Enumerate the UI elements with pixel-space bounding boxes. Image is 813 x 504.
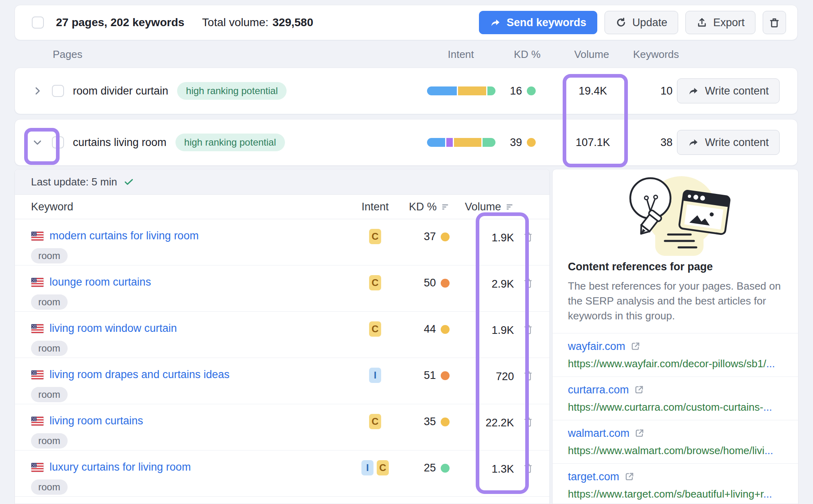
page-row-room-divider-curtain: room divider curtain high ranking potent… (14, 68, 798, 114)
reference-url[interactable]: https://www.target.com/s/beautiful+livin… (568, 488, 783, 500)
intent-badge-c: C (377, 460, 389, 475)
intent-badge-c: C (369, 275, 381, 290)
keyword-row: luxury curtains for living room room IC … (15, 451, 549, 497)
references-list: wayfair.com https://www.wayfair.com/deco… (553, 333, 798, 504)
references-title: Content references for page (568, 261, 783, 273)
intent-badge-c: C (369, 414, 381, 429)
kd-difficulty-dot (441, 279, 450, 288)
pages-keywords-summary: 27 pages, 202 keywords (56, 16, 184, 29)
toolbar: 27 pages, 202 keywords Total volume: 329… (14, 5, 798, 40)
high-ranking-potential-badge: high ranking potential (175, 134, 285, 151)
external-link-icon (634, 385, 644, 395)
page-row-curtains-living-room: curtains living room high ranking potent… (14, 119, 798, 166)
keyword-row: living room window curtain room C 44 1.9… (15, 312, 549, 358)
delete-keyword-button[interactable] (523, 369, 533, 381)
delete-button[interactable] (763, 11, 786, 34)
intent-bar-segment (446, 138, 453, 147)
volume-value: 720 (454, 370, 514, 383)
volume-value: 1.3K (454, 463, 514, 475)
reference-domain-link[interactable]: curtarra.com (568, 384, 629, 396)
kd-difficulty-dot (441, 232, 450, 241)
keyword-link[interactable]: living room drapes and curtains ideas (50, 368, 229, 381)
keyword-rows: modern curtains for living room room C 3… (15, 219, 549, 497)
keywords-column-header: Keywords (626, 48, 686, 61)
keyword-link[interactable]: living room window curtain (50, 322, 177, 335)
intent-badge-i: I (361, 460, 373, 475)
check-icon (124, 177, 134, 187)
keyword-link[interactable]: living room curtains (50, 415, 143, 427)
send-keywords-button[interactable]: Send keywords (479, 11, 597, 34)
us-flag-icon (31, 416, 44, 426)
keyword-column-header: Keyword (31, 201, 73, 213)
reference-item: wayfair.com https://www.wayfair.com/deco… (553, 333, 798, 376)
keyword-link[interactable]: modern curtains for living room (50, 230, 199, 242)
reference-domain-link[interactable]: wayfair.com (568, 340, 625, 353)
sort-icon[interactable] (441, 202, 450, 211)
kd-column-header: KD % (409, 201, 437, 213)
high-ranking-potential-badge: high ranking potential (177, 82, 287, 100)
expand-chevron-right-icon[interactable] (29, 82, 46, 100)
sort-icon[interactable] (505, 202, 514, 211)
content-references-panel: Content references for page The best ref… (552, 169, 799, 504)
volume-value: 2.9K (454, 278, 514, 290)
collapse-chevron-down-icon[interactable] (29, 134, 46, 151)
kd-difficulty-dot (441, 418, 450, 426)
delete-keyword-button[interactable] (523, 230, 533, 243)
share-arrow-icon (688, 137, 699, 148)
delete-keyword-button[interactable] (523, 462, 533, 474)
keyword-group-tag: room (31, 248, 68, 263)
update-button[interactable]: Update (605, 11, 678, 34)
kd-difficulty-dot (527, 86, 536, 95)
delete-keyword-button[interactable] (523, 416, 533, 428)
references-description: The best references for your pages. Base… (568, 279, 783, 323)
volume-value: 1.9K (454, 324, 514, 337)
kd-value: 35 (424, 416, 436, 428)
row-checkbox[interactable] (52, 85, 64, 97)
reference-item: target.com https://www.target.com/s/beau… (553, 463, 798, 504)
us-flag-icon (31, 370, 44, 380)
reference-domain-link[interactable]: walmart.com (568, 427, 629, 440)
delete-keyword-button[interactable] (523, 323, 533, 335)
keyword-group-tag: room (31, 433, 68, 448)
kd-difficulty-dot (441, 371, 450, 380)
kd-value: 37 (424, 230, 436, 243)
kd-difficulty-dot (441, 325, 450, 334)
reference-url[interactable]: https://www.curtarra.com/custom-curtains… (568, 401, 783, 413)
keyword-group-tag: room (31, 479, 68, 495)
volume-value: 19.4K (564, 68, 622, 114)
us-flag-icon (31, 463, 44, 472)
content-references-illustration (615, 173, 736, 256)
us-flag-icon (31, 324, 44, 333)
intent-bar-segment (427, 86, 457, 95)
keyword-row: living room drapes and curtains ideas ro… (15, 358, 549, 404)
write-content-button[interactable]: Write content (677, 130, 780, 155)
reference-domain-link[interactable]: target.com (568, 471, 619, 483)
export-button[interactable]: Export (685, 11, 755, 34)
kd-column-header: KD % (501, 48, 553, 61)
us-flag-icon (31, 231, 44, 241)
send-arrow-icon (490, 17, 501, 28)
reference-item: walmart.com https://www.walmart.com/brow… (553, 420, 798, 463)
keyword-row: lounge room curtains room C 50 2.9K (15, 265, 549, 312)
expanded-keywords-panel: Last update: 5 min Keyword Intent KD % V… (14, 169, 550, 504)
intent-bar-segment (427, 138, 445, 147)
write-content-button[interactable]: Write content (677, 78, 780, 103)
volume-column-header: Volume (465, 201, 501, 213)
keyword-link[interactable]: lounge room curtains (50, 276, 151, 288)
external-link-icon (624, 471, 635, 482)
delete-keyword-button[interactable] (523, 277, 533, 289)
pages-column-header: Pages (53, 48, 83, 61)
keyword-link[interactable]: luxury curtains for living room (50, 461, 191, 473)
volume-value: 1.9K (454, 232, 514, 244)
kd-value: 44 (424, 323, 436, 335)
external-link-icon (630, 341, 641, 352)
trash-icon (768, 16, 780, 29)
reference-url[interactable]: https://www.wayfair.com/decor-pillows/sb… (568, 358, 783, 370)
row-checkbox[interactable] (52, 136, 64, 148)
reference-url[interactable]: https://www.walmart.com/browse/home/livi… (568, 444, 783, 457)
refresh-icon (615, 17, 627, 28)
select-all-checkbox[interactable] (32, 16, 44, 29)
total-volume-label: Total volume: (202, 16, 268, 29)
keyword-row: living room curtains room C 35 22.2K (15, 404, 549, 451)
share-arrow-icon (688, 85, 699, 97)
